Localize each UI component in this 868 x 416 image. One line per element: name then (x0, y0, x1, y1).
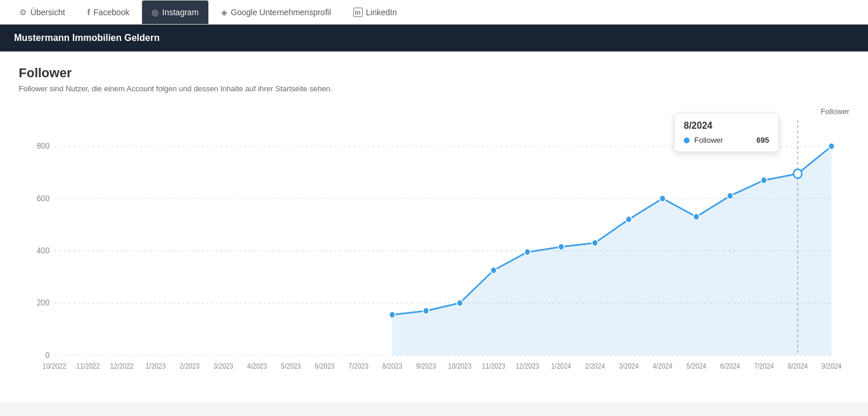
svg-point-18 (626, 216, 632, 222)
section-description: Follower sind Nutzer, die einem Account … (19, 84, 849, 93)
svg-text:3/2023: 3/2023 (213, 362, 233, 370)
svg-text:3/2024: 3/2024 (619, 362, 639, 370)
svg-text:5/2023: 5/2023 (281, 362, 301, 370)
svg-point-13 (457, 300, 463, 306)
tab-linkedin[interactable]: in LinkedIn (343, 0, 407, 24)
chart-legend: Follower (821, 107, 849, 116)
section-title: Follower (19, 66, 849, 81)
page-title: Mustermann Immobilien Geldern (14, 33, 160, 43)
svg-point-21 (727, 192, 733, 199)
svg-point-17 (592, 240, 598, 246)
main-content: Follower Follower sind Nutzer, die einem… (0, 51, 868, 403)
instagram-icon: ◎ (151, 8, 159, 17)
svg-text:9/2024: 9/2024 (822, 362, 842, 370)
svg-text:1/2024: 1/2024 (551, 362, 571, 370)
svg-point-11 (389, 311, 395, 318)
linkedin-icon: in (353, 8, 363, 17)
tab-instagram[interactable]: ◎ Instagram (142, 0, 208, 24)
tab-google-label: Google Unternehmensprofil (231, 8, 331, 17)
svg-point-14 (491, 267, 497, 273)
tooltip-date: 8/2024 (684, 121, 769, 131)
svg-point-19 (660, 195, 666, 202)
svg-point-22 (761, 177, 767, 183)
svg-text:5/2024: 5/2024 (686, 362, 707, 370)
gear-icon: ⚙ (19, 8, 27, 17)
svg-point-23 (794, 169, 802, 178)
tab-facebook[interactable]: f Facebook (77, 0, 139, 24)
svg-text:12/2022: 12/2022 (110, 362, 133, 370)
tooltip-metric: Follower (694, 136, 752, 145)
svg-text:6/2024: 6/2024 (720, 362, 740, 370)
svg-point-24 (829, 143, 835, 149)
tab-linkedin-label: LinkedIn (366, 8, 397, 17)
svg-point-20 (693, 214, 699, 220)
svg-point-15 (525, 249, 531, 255)
svg-text:4/2023: 4/2023 (247, 362, 267, 370)
svg-text:8/2024: 8/2024 (788, 362, 808, 370)
tooltip-row: Follower 695 (684, 136, 769, 145)
tab-google[interactable]: ◈ Google Unternehmensprofil (211, 0, 341, 24)
tab-facebook-label: Facebook (94, 8, 129, 17)
svg-text:10/2022: 10/2022 (43, 362, 66, 370)
svg-text:8/2023: 8/2023 (383, 362, 402, 370)
facebook-icon: f (87, 8, 90, 17)
svg-text:4/2024: 4/2024 (653, 362, 673, 370)
svg-point-12 (423, 308, 429, 314)
svg-text:2/2023: 2/2023 (180, 362, 199, 370)
svg-text:7/2023: 7/2023 (349, 362, 368, 370)
google-icon: ◈ (221, 8, 228, 17)
svg-text:400: 400 (37, 245, 50, 255)
legend-label: Follower (821, 107, 849, 116)
svg-text:9/2023: 9/2023 (416, 362, 436, 370)
svg-text:1/2023: 1/2023 (146, 362, 166, 370)
tab-uebersicht[interactable]: ⚙ Übersicht (9, 0, 75, 24)
svg-text:12/2023: 12/2023 (515, 362, 539, 370)
svg-text:800: 800 (37, 141, 50, 151)
tab-instagram-label: Instagram (162, 8, 198, 17)
svg-text:6/2023: 6/2023 (315, 362, 335, 370)
tooltip-dot (684, 137, 690, 143)
svg-text:2/2024: 2/2024 (585, 362, 605, 370)
svg-text:11/2023: 11/2023 (482, 362, 505, 370)
svg-text:10/2023: 10/2023 (448, 362, 471, 370)
chart-tooltip: 8/2024 Follower 695 (674, 113, 779, 152)
follower-chart: Follower 8/2024 Follower 695 02004006008… (19, 107, 849, 388)
svg-text:200: 200 (37, 298, 50, 308)
svg-text:7/2024: 7/2024 (754, 362, 774, 370)
svg-point-16 (558, 243, 564, 250)
svg-text:600: 600 (37, 193, 50, 203)
tooltip-value: 695 (756, 136, 769, 145)
tab-uebersicht-label: Übersicht (30, 8, 65, 17)
page-header: Mustermann Immobilien Geldern (0, 25, 868, 51)
tab-bar: ⚙ Übersicht f Facebook ◎ Instagram ◈ Goo… (0, 0, 868, 25)
svg-text:11/2022: 11/2022 (76, 362, 99, 370)
svg-text:0: 0 (45, 350, 50, 360)
